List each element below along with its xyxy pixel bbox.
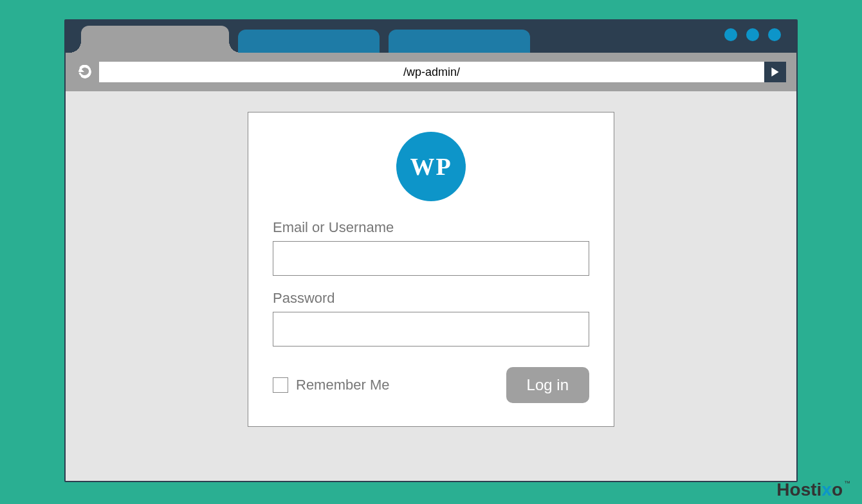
logo-container: WP — [273, 132, 589, 201]
reload-icon — [78, 65, 92, 79]
password-field-group: Password — [273, 290, 589, 346]
page-content: WP Email or Username Password Remember M… — [66, 91, 796, 481]
wp-logo-text: WP — [410, 152, 452, 181]
wp-logo: WP — [396, 132, 466, 201]
brand-accent: x — [821, 480, 832, 500]
remember-me-label: Remember Me — [296, 377, 389, 393]
browser-tab-3[interactable] — [389, 30, 530, 53]
go-button[interactable] — [764, 62, 786, 82]
browser-window: WP Email or Username Password Remember M… — [64, 19, 798, 482]
remember-me-checkbox[interactable] — [273, 377, 288, 393]
url-input[interactable] — [99, 62, 764, 82]
reload-button[interactable] — [76, 63, 94, 81]
tab-strip — [66, 21, 796, 53]
form-footer: Remember Me Log in — [273, 367, 589, 403]
brand-tm: ™ — [844, 480, 850, 487]
brand-part2: o — [832, 480, 843, 500]
window-controls — [724, 28, 781, 41]
svg-marker-0 — [771, 68, 778, 76]
window-dot-1[interactable] — [724, 28, 737, 41]
brand-watermark: Hostixo™ — [776, 480, 850, 500]
browser-tab-active[interactable] — [81, 26, 229, 53]
remember-me-group: Remember Me — [273, 377, 389, 393]
email-input[interactable] — [273, 241, 589, 276]
email-field-group: Email or Username — [273, 219, 589, 276]
password-label: Password — [273, 290, 589, 307]
browser-toolbar — [66, 53, 796, 91]
brand-part1: Hosti — [776, 480, 821, 500]
password-input[interactable] — [273, 312, 589, 346]
window-dot-2[interactable] — [746, 28, 759, 41]
browser-tab-2[interactable] — [238, 30, 380, 53]
play-icon — [771, 68, 780, 76]
login-button[interactable]: Log in — [506, 367, 589, 403]
login-card: WP Email or Username Password Remember M… — [248, 112, 614, 427]
window-dot-3[interactable] — [768, 28, 781, 41]
url-bar — [99, 62, 786, 82]
email-label: Email or Username — [273, 219, 589, 236]
